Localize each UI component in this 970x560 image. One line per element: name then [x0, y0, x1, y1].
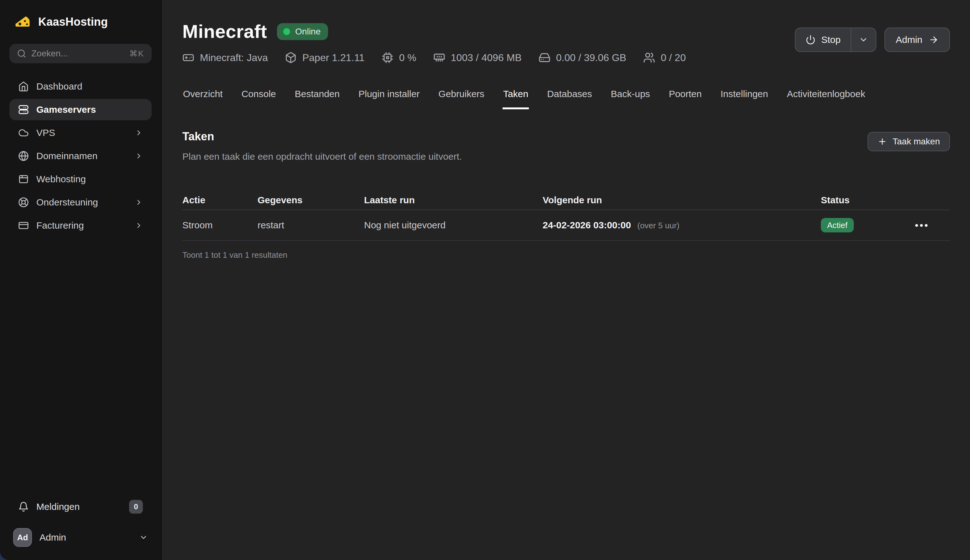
user-menu[interactable]: Ad Admin — [9, 525, 152, 550]
section-description: Plan een taak die een opdracht uitvoert … — [182, 151, 462, 162]
home-icon — [18, 81, 29, 92]
online-dot-icon — [283, 28, 290, 35]
stat-memory: 1003 / 4096 MB — [433, 52, 522, 63]
main-content: Minecraft Online Minecraft: Java — [162, 0, 970, 560]
sidebar-item-webhosting[interactable]: Webhosting — [9, 168, 152, 190]
server-stats: Minecraft: Java Paper 1.21.11 0 % — [182, 52, 686, 63]
search-shortcut: ⌘K — [129, 49, 144, 58]
arrow-right-icon — [929, 35, 939, 45]
column-header-actie: Actie — [182, 195, 257, 205]
stat-cpu: 0 % — [382, 52, 416, 63]
cloud-icon — [18, 127, 29, 138]
column-header-status: Status — [821, 195, 910, 205]
chevron-down-icon — [859, 35, 868, 45]
brand-name: KaasHosting — [38, 15, 108, 28]
harddrive-icon — [539, 52, 551, 63]
power-icon — [806, 35, 816, 45]
memory-icon — [433, 52, 445, 63]
sidebar-item-ondersteuning[interactable]: Ondersteuning — [9, 192, 152, 213]
status-pill: Actief — [821, 218, 854, 232]
tab-backups[interactable]: Back-ups — [610, 88, 651, 109]
avatar: Ad — [13, 528, 32, 547]
tab-activiteitenlogboek[interactable]: Activiteitenlogboek — [786, 88, 866, 109]
stat-players: 0 / 20 — [643, 52, 686, 63]
section-title: Taken — [182, 130, 462, 143]
cheese-logo-icon — [13, 13, 32, 31]
tasks-table: Actie Gegevens Laatste run Volgende run … — [182, 191, 950, 260]
cell-gegevens: restart — [257, 220, 364, 230]
tab-databases[interactable]: Databases — [546, 88, 593, 109]
notifications-count-badge: 0 — [129, 500, 143, 513]
cell-volgende-run: 24-02-2026 03:00:00 (over 5 uur) — [543, 220, 821, 230]
server-icon — [18, 104, 29, 115]
chevron-right-icon — [135, 222, 143, 230]
stat-version: Paper 1.21.11 — [285, 52, 365, 63]
table-header-row: Actie Gegevens Laatste run Volgende run … — [182, 191, 950, 210]
search-input[interactable] — [31, 48, 124, 58]
users-icon — [643, 52, 655, 63]
bell-icon — [18, 502, 29, 512]
notifications-label: Meldingen — [36, 502, 122, 512]
table-summary: Toont 1 tot 1 van 1 resultaten — [182, 250, 950, 260]
chevron-right-icon — [135, 129, 143, 137]
browser-window-icon — [18, 174, 29, 185]
sidebar-item-domeinnamen[interactable]: Domeinnamen — [9, 145, 152, 167]
tab-instellingen[interactable]: Instellingen — [720, 88, 769, 109]
page-title: Minecraft — [182, 21, 267, 42]
brand: KaasHosting — [9, 9, 152, 31]
stat-software: Minecraft: Java — [182, 52, 268, 63]
stop-options-button[interactable] — [851, 28, 876, 52]
sidebar-nav: Dashboard Gameservers VPS — [9, 76, 152, 236]
notifications-button[interactable]: Meldingen 0 — [9, 496, 152, 517]
cell-actie: Stroom — [182, 220, 257, 230]
cpu-icon — [382, 52, 394, 63]
table-row: Stroom restart Nog niet uitgevoerd 24-02… — [182, 210, 950, 241]
sidebar-item-gameservers[interactable]: Gameservers — [9, 99, 152, 120]
credit-card-icon — [18, 220, 29, 231]
stop-button-group: Stop — [795, 28, 877, 52]
package-icon — [285, 52, 297, 63]
stat-disk: 0.00 / 39.06 GB — [539, 52, 626, 63]
column-header-volgende-run: Volgende run — [543, 195, 821, 205]
sidebar-item-facturering[interactable]: Facturering — [9, 215, 152, 236]
server-header: Minecraft Online Minecraft: Java — [182, 21, 950, 63]
tab-taken[interactable]: Taken — [503, 88, 529, 109]
tab-overzicht[interactable]: Overzicht — [182, 88, 224, 109]
ellipsis-icon: ••• — [915, 220, 929, 231]
user-name: Admin — [40, 532, 132, 543]
taken-section-header: Taken Plan een taak die een opdracht uit… — [182, 130, 950, 162]
search-box[interactable]: ⌘K — [9, 44, 152, 63]
column-header-gegevens: Gegevens — [257, 195, 364, 205]
stop-button[interactable]: Stop — [795, 28, 851, 52]
search-icon — [17, 49, 26, 58]
chevron-down-icon — [139, 533, 148, 542]
gamepad-icon — [182, 52, 194, 63]
tab-console[interactable]: Console — [241, 88, 277, 109]
column-header-laatste-run: Laatste run — [364, 195, 543, 205]
header-actions: Stop Admin — [795, 28, 950, 52]
cell-status: Actief — [821, 218, 910, 232]
sidebar: KaasHosting ⌘K Dashboard Gameservers — [0, 0, 162, 560]
sidebar-spacer — [9, 236, 152, 496]
cell-laatste-run: Nog niet uitgevoerd — [364, 220, 543, 230]
globe-icon — [18, 151, 29, 161]
status-badge: Online — [277, 23, 328, 40]
server-tabs: Overzicht Console Bestanden Plugin insta… — [182, 88, 950, 109]
app-window: KaasHosting ⌘K Dashboard Gameservers — [0, 0, 970, 560]
row-actions-button[interactable]: ••• — [911, 218, 933, 232]
chevron-right-icon — [135, 152, 143, 160]
sidebar-item-vps[interactable]: VPS — [9, 122, 152, 143]
plus-icon — [878, 137, 887, 146]
tab-plugin-installer[interactable]: Plugin installer — [358, 88, 420, 109]
tab-poorten[interactable]: Poorten — [668, 88, 703, 109]
tab-gebruikers[interactable]: Gebruikers — [438, 88, 485, 109]
sidebar-item-dashboard[interactable]: Dashboard — [9, 76, 152, 97]
lifebuoy-icon — [18, 197, 29, 208]
admin-button[interactable]: Admin — [885, 28, 950, 52]
status-label: Online — [295, 27, 321, 37]
create-task-button[interactable]: Taak maken — [868, 132, 950, 151]
tab-bestanden[interactable]: Bestanden — [294, 88, 340, 109]
chevron-right-icon — [135, 198, 143, 207]
